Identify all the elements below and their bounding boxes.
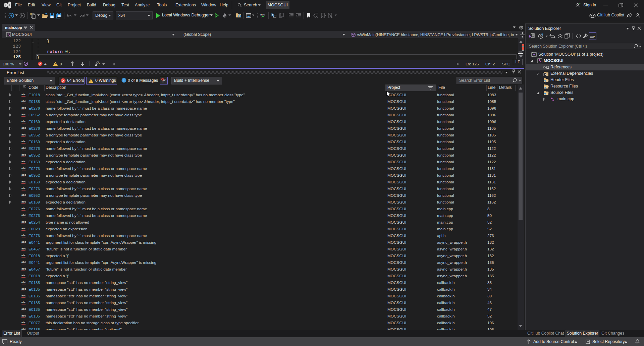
- svg-text:abc: abc: [21, 287, 26, 290]
- svg-text:abc: abc: [21, 207, 26, 210]
- svg-text:abc: abc: [21, 274, 26, 277]
- svg-text:abc: abc: [21, 113, 26, 116]
- svg-text:abc: abc: [21, 193, 26, 196]
- svg-text:abc: abc: [21, 240, 26, 243]
- svg-text:abc: abc: [21, 160, 26, 163]
- svg-text:abc: abc: [21, 187, 26, 190]
- svg-text:abc: abc: [21, 167, 26, 170]
- svg-text:abc: abc: [21, 214, 26, 217]
- svg-text:abc: abc: [21, 281, 26, 284]
- svg-text:abc: abc: [21, 173, 26, 176]
- svg-text:abc: abc: [21, 261, 26, 264]
- svg-text:abc: abc: [21, 200, 26, 203]
- svg-text:abc: abc: [21, 106, 26, 109]
- svg-text:abc: abc: [21, 294, 26, 297]
- svg-text:abc: abc: [21, 301, 26, 304]
- svg-text:abc: abc: [21, 120, 26, 123]
- svg-text:abc: abc: [21, 100, 26, 103]
- svg-text:abc: abc: [21, 153, 26, 156]
- svg-text:abc: abc: [21, 126, 26, 129]
- svg-text:abc: abc: [21, 267, 26, 270]
- svg-text:abc: abc: [21, 314, 26, 317]
- svg-text:abc: abc: [21, 180, 26, 183]
- svg-text:abc: abc: [21, 234, 26, 237]
- svg-text:abc: abc: [21, 140, 26, 143]
- svg-text:abc: abc: [21, 147, 26, 150]
- svg-text:abc: abc: [21, 254, 26, 257]
- svg-text:abc: abc: [21, 321, 26, 324]
- svg-text:abc: abc: [21, 133, 26, 136]
- svg-text:abc: abc: [21, 93, 26, 96]
- svg-text:abc: abc: [21, 227, 26, 230]
- svg-text:abc: abc: [21, 220, 26, 223]
- svg-text:abc: abc: [21, 247, 26, 250]
- svg-text:abc: abc: [21, 307, 26, 310]
- svg-text:abc: abc: [21, 328, 26, 330]
